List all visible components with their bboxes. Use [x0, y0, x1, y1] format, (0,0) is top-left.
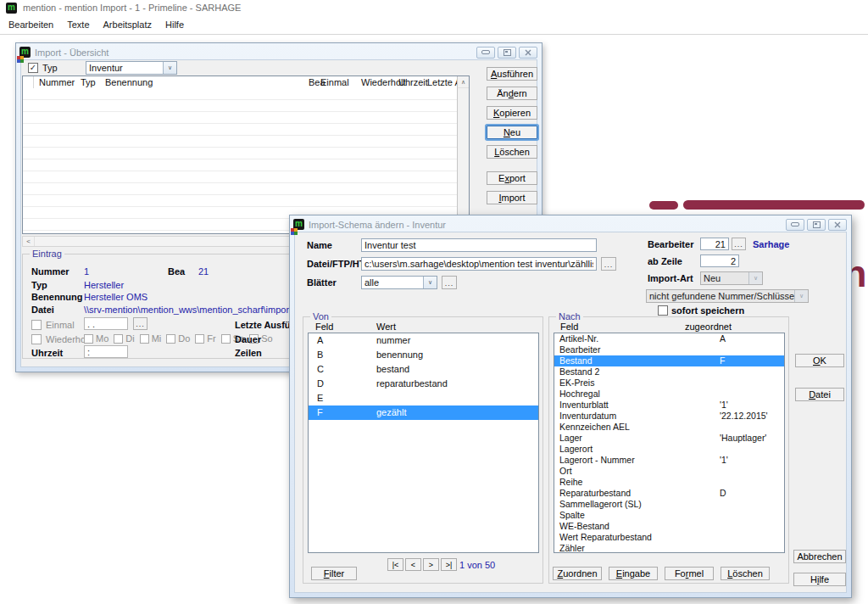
menu-item[interactable]: Texte — [60, 18, 96, 31]
column-header[interactable]: Typ — [81, 77, 96, 87]
pager-button[interactable]: |< — [387, 558, 403, 571]
einmal-checkbox[interactable] — [31, 320, 42, 330]
vertical-scrollbar[interactable]: ∧ — [457, 76, 469, 233]
maximize-button[interactable] — [498, 47, 516, 59]
action-button[interactable]: Löschen — [487, 145, 537, 159]
nach-row[interactable]: Inventurdatum'22.12.2015' — [554, 411, 784, 422]
nach-row[interactable]: Wert Reparaturbestand — [554, 532, 784, 543]
bearbeiter-input[interactable] — [700, 238, 729, 250]
day-checkbox[interactable] — [195, 334, 204, 344]
nach-action-button[interactable]: Eingabe — [609, 567, 658, 580]
name-input[interactable] — [361, 238, 597, 252]
win2-titlebar[interactable]: m Import-Schema ändern - Inventur — [290, 215, 851, 232]
nach-group: Nach Feld zugeordnet Artikel-Nr.ABearbei… — [548, 316, 789, 584]
nach-zugeordnet: '1' — [720, 400, 728, 411]
nach-row[interactable]: Lagerort - Nummer'1' — [554, 455, 784, 466]
nach-row[interactable]: Artikel-Nr.A — [554, 333, 784, 344]
close-button[interactable] — [519, 47, 537, 59]
day-checkbox[interactable] — [84, 334, 93, 344]
datei-button[interactable]: Datei — [795, 388, 844, 401]
nach-action-button[interactable]: Löschen — [721, 567, 770, 580]
pager-button[interactable]: < — [405, 558, 421, 571]
action-button[interactable]: Export — [487, 171, 537, 185]
typ-checkbox[interactable]: ✓ — [28, 63, 38, 73]
day-checkbox[interactable] — [114, 334, 123, 344]
ok-button[interactable]: OK — [795, 354, 844, 367]
ab-zeile-input[interactable] — [700, 254, 739, 267]
datei-input[interactable] — [361, 257, 597, 271]
nach-row[interactable]: Lager'Hauptlager' — [554, 433, 784, 444]
nach-row[interactable]: ReparaturbestandD — [554, 488, 784, 499]
column-header[interactable]: Uhrzeit — [398, 77, 428, 87]
nach-row[interactable]: Bearbeiter — [554, 344, 784, 355]
nach-list[interactable]: Artikel-Nr.ABearbeiterBestandFBestand 2E… — [554, 333, 785, 553]
import-art-select[interactable]: Neu ∨ — [700, 271, 763, 285]
nach-action-button[interactable]: Zuordnen — [553, 567, 602, 580]
uhrzeit-input[interactable] — [84, 345, 128, 358]
nach-row[interactable]: Hochregal — [554, 389, 784, 400]
hilfe-button[interactable]: Hilfe — [793, 573, 846, 586]
nach-row[interactable]: WE-Bestand — [554, 521, 784, 532]
nach-row[interactable]: Sammellagerort (SL) — [554, 499, 784, 510]
fallback-select[interactable]: nicht gefundene Nummer/Schlüssel-Feld ∨ — [646, 289, 809, 303]
pager-button[interactable]: >| — [441, 558, 457, 571]
win1-titlebar[interactable]: m Import - Übersicht — [16, 43, 542, 59]
nach-row[interactable]: Bestand 2 — [554, 366, 784, 378]
action-button[interactable]: Import — [487, 191, 537, 204]
nach-row[interactable]: EK-Preis — [554, 378, 784, 389]
von-row[interactable]: Dreparaturbestand — [309, 377, 538, 391]
action-button[interactable]: Ändern — [487, 87, 537, 100]
blaetter-browse-button[interactable]: ... — [442, 276, 457, 289]
nach-row[interactable]: Reihe — [554, 477, 784, 488]
menu-separator — [0, 34, 868, 35]
von-row[interactable]: E — [309, 391, 538, 405]
scroll-left-icon[interactable]: < — [23, 237, 35, 246]
column-header[interactable]: Benennung — [105, 77, 153, 87]
column-header[interactable]: Nummer — [39, 77, 75, 87]
blaetter-select[interactable]: alle ∨ — [361, 276, 437, 289]
action-button[interactable]: Ausführen — [487, 67, 537, 81]
day-checkbox[interactable] — [221, 334, 231, 344]
menu-item[interactable]: Hilfe — [159, 18, 191, 31]
action-button[interactable]: Neu — [487, 126, 537, 139]
nach-action-button[interactable]: Formel — [665, 567, 714, 580]
von-list[interactable]: AnummerBbenennungCbestandDreparaturbesta… — [308, 333, 539, 553]
einmal-date-input[interactable] — [84, 317, 128, 330]
von-col-feld: Feld — [315, 322, 333, 332]
scroll-up-icon[interactable]: ∧ — [458, 76, 469, 88]
import-table-header[interactable]: NummerTypBenennungBeaEinmalWiederholtUhr… — [23, 76, 458, 89]
minimize-button[interactable] — [786, 219, 804, 231]
pager-button[interactable]: > — [423, 558, 439, 571]
day-checkbox[interactable] — [140, 334, 149, 344]
nach-row[interactable]: Inventurblatt'1' — [554, 400, 784, 411]
datei-browse-button[interactable]: ... — [601, 257, 616, 271]
app-titlebar: m mention - mention Import - 1 - Primeli… — [0, 0, 868, 15]
bearbeiter-browse-button[interactable]: ... — [732, 238, 746, 250]
von-row[interactable]: Cbestand — [309, 362, 538, 377]
filter-button[interactable]: Filter — [311, 567, 357, 580]
nach-row[interactable]: BestandF — [554, 355, 784, 366]
screen: m mention - mention Import - 1 - Primeli… — [0, 0, 868, 604]
typ-select[interactable]: Inventur ∨ — [86, 61, 177, 75]
von-row[interactable]: Anummer — [309, 333, 538, 348]
nach-row[interactable]: Ort — [554, 466, 784, 477]
close-button[interactable] — [828, 219, 847, 231]
nach-row[interactable]: Kennzeichen AEL — [554, 422, 784, 433]
maximize-button[interactable] — [807, 219, 826, 231]
von-row[interactable]: Bbenennung — [309, 348, 538, 362]
column-header[interactable]: Einmal — [320, 77, 349, 87]
von-row[interactable]: Fgezählt — [309, 405, 538, 420]
einmal-browse-button[interactable]: ... — [133, 317, 147, 330]
abbrechen-button[interactable]: Abbrechen — [793, 550, 846, 563]
nach-row[interactable]: Spalte — [554, 510, 784, 521]
nach-row[interactable]: Lagerort — [554, 444, 784, 455]
menu-item[interactable]: Bearbeiten — [2, 18, 60, 31]
nach-row[interactable]: Zähler — [554, 543, 784, 553]
day-checkbox[interactable] — [166, 334, 175, 344]
menu-item[interactable]: Arbeitsplatz — [97, 18, 159, 31]
minimize-button[interactable] — [476, 47, 495, 59]
von-group-label: Von — [310, 311, 331, 322]
action-button[interactable]: Kopieren — [487, 106, 537, 120]
wiederholt-checkbox[interactable] — [31, 334, 42, 344]
sofort-speichern-checkbox[interactable] — [658, 305, 668, 316]
